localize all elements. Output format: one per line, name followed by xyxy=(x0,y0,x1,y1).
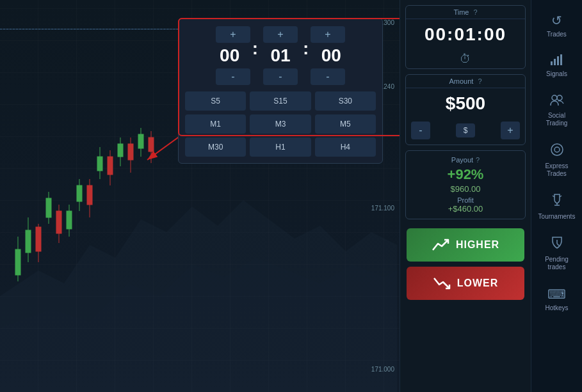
preset-s30[interactable]: S30 xyxy=(315,91,376,111)
minutes-value: 01 xyxy=(263,47,298,65)
amount-section: Amount ? $500 - $ + xyxy=(405,74,526,145)
price-label-low: 171.000 xyxy=(371,366,394,373)
svg-rect-19 xyxy=(56,211,61,233)
signals-icon xyxy=(550,54,564,68)
svg-rect-3 xyxy=(26,230,31,253)
svg-rect-31 xyxy=(551,61,553,65)
express-trades-icon xyxy=(550,143,564,160)
amount-display: $500 xyxy=(406,88,525,119)
tournaments-label: Tournaments xyxy=(538,213,576,221)
preset-m1[interactable]: M1 xyxy=(185,114,246,134)
pending-trades-icon xyxy=(550,236,564,253)
time-section-title: Time ? xyxy=(406,6,525,19)
minutes-decrement[interactable]: - xyxy=(263,68,298,85)
payout-total: $960.00 xyxy=(411,184,520,194)
seconds-increment[interactable]: + xyxy=(311,26,345,43)
hours-increment[interactable]: + xyxy=(216,26,250,43)
sidebar: ↺ Trades Signals xyxy=(531,0,582,392)
time-section: Time ? 00:01:00 ⏱ xyxy=(405,5,526,69)
hotkeys-icon: ⌨ xyxy=(547,286,566,302)
lower-button[interactable]: LOWER xyxy=(407,267,524,300)
amount-decrease[interactable]: - xyxy=(411,122,430,139)
minutes-increment[interactable]: + xyxy=(263,26,298,43)
svg-rect-9 xyxy=(77,185,82,201)
chart-area: 171.300 171.240 171.100 171.000 171.300 … xyxy=(0,0,400,392)
payout-percent: +92% xyxy=(411,166,520,183)
pending-trades-label: Pending trades xyxy=(538,256,576,271)
seconds-value: 00 xyxy=(314,47,348,65)
preset-s5[interactable]: S5 xyxy=(185,91,246,111)
time-picker-popup: + + + 00 : 01 : 00 - - - S5 S15 xyxy=(178,18,383,164)
higher-button[interactable]: HIGHER xyxy=(407,228,524,262)
sidebar-item-social-trading[interactable]: Social Trading xyxy=(534,87,580,134)
preset-h4[interactable]: H4 xyxy=(315,137,376,157)
sidebar-item-signals[interactable]: Signals xyxy=(534,47,580,84)
higher-icon xyxy=(432,237,449,253)
sidebar-item-tournaments[interactable]: Tournaments xyxy=(534,187,580,227)
svg-rect-17 xyxy=(36,227,41,251)
express-trades-label: Express Trades xyxy=(538,162,576,178)
trades-icon: ↺ xyxy=(551,13,562,28)
sidebar-item-hotkeys[interactable]: ⌨ Hotkeys xyxy=(534,280,580,318)
time-display[interactable]: 00:01:00 xyxy=(406,19,525,50)
hours-value: 00 xyxy=(213,47,247,65)
preset-m30[interactable]: M30 xyxy=(185,137,246,157)
svg-rect-11 xyxy=(97,157,102,171)
lower-icon xyxy=(433,276,451,291)
profit-amount: +$460.00 xyxy=(411,204,520,214)
svg-rect-7 xyxy=(67,211,72,229)
price-label-mid: 171.100 xyxy=(371,205,394,212)
currency-badge[interactable]: $ xyxy=(456,123,476,137)
tournaments-icon xyxy=(550,193,564,210)
social-trading-icon xyxy=(549,93,565,109)
svg-point-36 xyxy=(557,95,562,100)
trades-label: Trades xyxy=(547,31,567,38)
candle-chart xyxy=(13,38,166,358)
signals-label: Signals xyxy=(546,70,567,78)
sidebar-item-pending-trades[interactable]: Pending trades xyxy=(534,230,580,278)
svg-rect-23 xyxy=(108,157,113,175)
svg-rect-21 xyxy=(87,185,92,205)
hotkeys-label: Hotkeys xyxy=(545,304,568,312)
amount-controls: - $ + xyxy=(406,119,525,145)
svg-point-38 xyxy=(554,147,560,152)
svg-point-37 xyxy=(551,144,563,155)
svg-rect-1 xyxy=(15,249,20,275)
seconds-decrement[interactable]: - xyxy=(311,68,345,85)
svg-rect-13 xyxy=(118,144,123,157)
payout-header: Payout ? xyxy=(411,156,520,164)
clock-icon[interactable]: ⏱ xyxy=(460,52,471,66)
preset-s15[interactable]: S15 xyxy=(250,91,311,111)
svg-line-44 xyxy=(557,244,559,246)
svg-point-35 xyxy=(552,95,557,100)
payout-help[interactable]: ? xyxy=(476,156,480,164)
sidebar-item-express-trades[interactable]: Express Trades xyxy=(534,136,580,184)
preset-h1[interactable]: H1 xyxy=(250,137,311,157)
profit-label: Profit xyxy=(411,196,520,204)
svg-rect-27 xyxy=(149,137,154,152)
sidebar-item-trades[interactable]: ↺ Trades xyxy=(534,6,580,45)
preset-m3[interactable]: M3 xyxy=(250,114,311,134)
svg-rect-25 xyxy=(128,144,133,160)
svg-rect-15 xyxy=(138,134,143,148)
preset-grid: S5 S15 S30 M1 M3 M5 M30 H1 H4 xyxy=(185,91,376,157)
right-panel: Time ? 00:01:00 ⏱ Amount ? $500 - $ + xyxy=(400,0,531,392)
svg-rect-33 xyxy=(557,56,559,65)
social-trading-label: Social Trading xyxy=(538,112,576,127)
payout-section: Payout ? +92% $960.00 Profit +$460.00 xyxy=(405,150,526,219)
amount-increase[interactable]: + xyxy=(501,122,520,139)
preset-m5[interactable]: M5 xyxy=(315,114,376,134)
hours-decrement[interactable]: - xyxy=(216,68,250,85)
svg-rect-5 xyxy=(46,198,51,217)
svg-rect-34 xyxy=(560,54,562,65)
svg-rect-32 xyxy=(554,59,556,65)
amount-section-title: Amount ? xyxy=(406,75,525,88)
